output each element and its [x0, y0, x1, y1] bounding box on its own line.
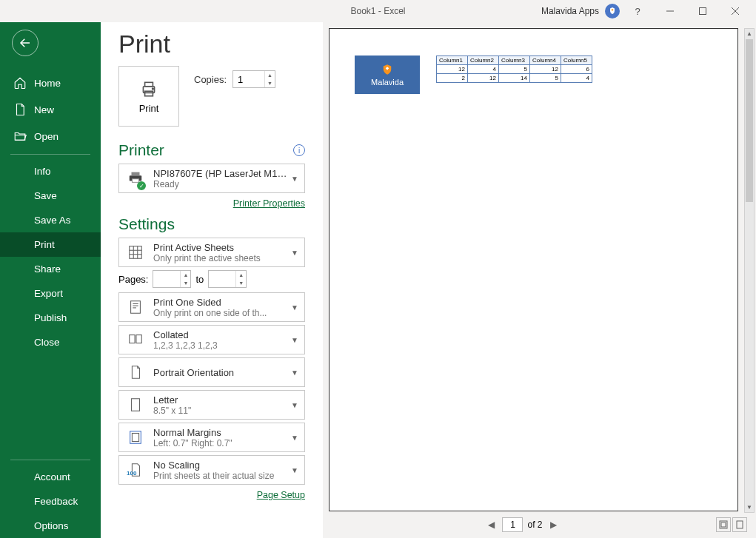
- copies-input[interactable]: [233, 71, 264, 87]
- dropdown-sub: Only print the active sheets: [153, 253, 290, 263]
- table-cell: 4: [561, 74, 592, 83]
- dropdown-title: Print One Sided: [153, 297, 290, 308]
- print-settings-panel: Print Print Copies: ▲▼ Printer i: [101, 22, 323, 538]
- close-button[interactable]: [720, 1, 750, 21]
- help-button[interactable]: ?: [623, 1, 652, 21]
- prev-page-button[interactable]: ◀: [485, 518, 498, 531]
- sidebar-item-label: Open: [34, 131, 58, 142]
- sidebar-item-publish[interactable]: Publish: [0, 306, 101, 330]
- sidebar-item-print[interactable]: Print: [0, 232, 101, 257]
- sidebar-item-feedback[interactable]: Feedback: [0, 489, 101, 514]
- preview-table: Column1Column2Column3Column4Column5 1245…: [436, 56, 592, 83]
- chevron-down-icon: ▼: [291, 401, 304, 409]
- printer-header: Printer: [118, 141, 164, 159]
- scroll-up-icon[interactable]: ▲: [745, 29, 754, 38]
- spinner-down-icon[interactable]: ▼: [265, 79, 275, 87]
- sidebar-item-account[interactable]: Account: [0, 465, 101, 489]
- sidebar-item-label: Info: [34, 166, 51, 177]
- printer-selector[interactable]: ✓ NPI87607E (HP LaserJet M15... Ready ▼: [118, 164, 305, 193]
- sidebar-item-options[interactable]: Options: [0, 514, 101, 538]
- maximize-button[interactable]: [688, 1, 717, 21]
- svg-rect-22: [136, 335, 141, 343]
- spinner-down-icon[interactable]: ▼: [236, 279, 246, 287]
- page-setup-link[interactable]: Page Setup: [257, 490, 305, 500]
- table-header: Column5: [561, 56, 592, 65]
- zoom-to-page-button[interactable]: [732, 517, 747, 532]
- page-title: Print: [118, 30, 305, 58]
- sidebar-item-new[interactable]: New: [0, 96, 101, 123]
- dropdown-title: No Scaling: [153, 460, 290, 471]
- printer-properties-link[interactable]: Printer Properties: [233, 198, 305, 209]
- table-cell: 5: [499, 65, 530, 74]
- svg-rect-21: [130, 335, 135, 343]
- dropdown-title: Print Active Sheets: [153, 242, 290, 253]
- collation-selector[interactable]: Collated 1,2,3 1,2,3 1,2,3 ▼: [118, 325, 305, 354]
- pages-to-spinner[interactable]: ▲▼: [208, 270, 247, 288]
- paper-size-selector[interactable]: Letter 8.5" x 11" ▼: [118, 390, 305, 420]
- print-preview-panel: Malavida Column1Column2Column3Column4Col…: [323, 22, 756, 538]
- chevron-down-icon: ▼: [291, 336, 304, 344]
- print-button[interactable]: Print: [118, 66, 179, 127]
- status-ok-icon: ✓: [137, 181, 146, 190]
- chevron-down-icon: ▼: [291, 249, 304, 257]
- scroll-thumb[interactable]: [746, 39, 753, 202]
- scroll-down-icon[interactable]: ▼: [745, 502, 754, 512]
- print-button-label: Print: [139, 103, 159, 114]
- sidebar-item-export[interactable]: Export: [0, 281, 101, 306]
- next-page-button[interactable]: ▶: [547, 518, 560, 531]
- sidebar-separator: [10, 154, 90, 155]
- spinner-up-icon[interactable]: ▲: [236, 271, 246, 279]
- table-cell: 5: [530, 74, 561, 83]
- margins-selector[interactable]: Normal Margins Left: 0.7" Right: 0.7" ▼: [118, 423, 305, 452]
- open-icon: [13, 130, 27, 143]
- spinner-up-icon[interactable]: ▲: [181, 271, 190, 279]
- sidebar-item-save-as[interactable]: Save As: [0, 208, 101, 232]
- current-page-input[interactable]: [502, 517, 523, 532]
- chevron-down-icon: ▼: [291, 175, 304, 183]
- svg-rect-28: [737, 521, 743, 528]
- svg-rect-23: [132, 399, 140, 411]
- svg-rect-6: [145, 82, 153, 86]
- svg-rect-1: [700, 8, 706, 15]
- sidebar-item-share[interactable]: Share: [0, 257, 101, 281]
- preview-scrollbar[interactable]: ▲ ▼: [744, 28, 755, 513]
- backstage-sidebar: Home New Open Info Save Save As Print Sh…: [0, 22, 101, 538]
- preview-logo: Malavida: [355, 56, 420, 94]
- printer-status: Ready: [153, 179, 290, 189]
- spinner-up-icon[interactable]: ▲: [265, 71, 275, 79]
- svg-rect-27: [721, 522, 726, 527]
- printer-name: NPI87607E (HP LaserJet M15...: [153, 168, 290, 179]
- portrait-icon: [119, 364, 152, 380]
- dropdown-title: Portrait Orientation: [153, 367, 290, 378]
- chevron-down-icon: ▼: [291, 434, 304, 442]
- copies-spinner[interactable]: ▲▼: [233, 70, 275, 88]
- new-icon: [13, 103, 27, 116]
- pages-to-input[interactable]: [209, 271, 235, 287]
- sidebar-item-home[interactable]: Home: [0, 70, 101, 96]
- spinner-down-icon[interactable]: ▼: [181, 279, 190, 287]
- print-what-selector[interactable]: Print Active Sheets Only print the activ…: [118, 238, 305, 267]
- scaling-selector[interactable]: 100 No Scaling Print sheets at their act…: [118, 455, 305, 485]
- dropdown-sub: Only print on one side of th...: [153, 308, 290, 318]
- sidebar-item-label: Export: [34, 288, 63, 299]
- sidebar-item-open[interactable]: Open: [0, 123, 101, 149]
- back-button[interactable]: [12, 30, 39, 56]
- sidebar-item-label: New: [34, 104, 54, 115]
- one-sided-icon: [119, 299, 152, 315]
- minimize-button[interactable]: [655, 1, 685, 21]
- sidebar-item-label: Home: [34, 78, 61, 89]
- sidebar-item-label: Close: [34, 337, 60, 348]
- svg-point-8: [153, 88, 154, 90]
- sides-selector[interactable]: Print One Sided Only print on one side o…: [118, 292, 305, 322]
- sidebar-item-save[interactable]: Save: [0, 184, 101, 208]
- sidebar-item-label: Account: [34, 471, 70, 482]
- sidebar-item-info[interactable]: Info: [0, 159, 101, 184]
- orientation-selector[interactable]: Portrait Orientation ▼: [118, 357, 305, 387]
- pages-from-input[interactable]: [153, 271, 180, 287]
- printer-info-icon[interactable]: i: [293, 144, 305, 156]
- sidebar-item-close[interactable]: Close: [0, 330, 101, 354]
- pages-from-spinner[interactable]: ▲▼: [153, 270, 191, 288]
- svg-rect-10: [132, 172, 140, 176]
- show-margins-button[interactable]: [716, 517, 731, 532]
- page-navigator: ◀ of 2 ▶: [485, 517, 559, 532]
